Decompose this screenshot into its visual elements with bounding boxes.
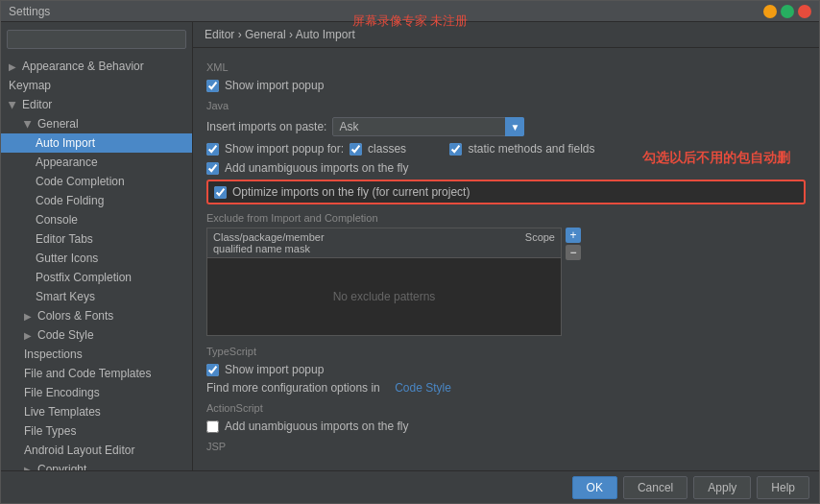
sidebar-item-colors-fonts[interactable]: ▶ Colors & Fonts <box>1 306 192 325</box>
show-import-popup-xml-checkbox[interactable] <box>206 80 219 92</box>
sidebar-item-copyright[interactable]: ▶ Copyright <box>1 460 192 470</box>
code-style-link[interactable]: Code Style <box>395 381 451 395</box>
panel-body: XML Show import popup Java Insert import… <box>193 48 819 470</box>
minimize-button[interactable] <box>763 5 777 18</box>
col1-header: Class/package/member qualified name mask <box>213 231 352 254</box>
optimize-imports-row: Optimize imports on the fly (for current… <box>206 180 806 204</box>
exclude-table-header: Class/package/member qualified name mask… <box>207 228 561 258</box>
sidebar-item-postfix-completion[interactable]: Postfix Completion <box>1 268 192 287</box>
window-controls <box>763 5 811 18</box>
sidebar-item-file-types[interactable]: File Types <box>1 421 192 441</box>
cancel-button[interactable]: Cancel <box>623 476 687 499</box>
sidebar-item-inspections[interactable]: Inspections <box>1 345 192 364</box>
typescript-section: TypeScript Show import popup Find more c… <box>206 346 806 395</box>
optimize-imports-label: Optimize imports on the fly (for current… <box>232 185 470 199</box>
java-section-label: Java <box>206 100 806 111</box>
sidebar-item-console[interactable]: Console <box>1 210 192 229</box>
arrow-icon: ▶ <box>9 61 16 72</box>
sidebar-item-gutter-icons[interactable]: Gutter Icons <box>1 249 192 268</box>
maximize-button[interactable] <box>781 5 794 18</box>
typescript-section-label: TypeScript <box>206 346 806 357</box>
combo-arrow-icon: ▼ <box>505 117 524 136</box>
show-import-popup-ts-checkbox[interactable] <box>206 364 219 376</box>
sidebar-item-code-completion[interactable]: Code Completion <box>1 172 192 191</box>
show-import-popup-xml-row: Show import popup <box>206 79 806 92</box>
find-config-row: Find more configuration options in Code … <box>206 381 806 395</box>
exclude-controls: + − <box>566 228 581 260</box>
actionscript-section: ActionScript Add unambiguous imports on … <box>206 402 806 433</box>
main-panel: Editor › General › Auto Import XML Show … <box>193 22 819 470</box>
exclude-table: Class/package/member qualified name mask… <box>206 228 562 336</box>
bottom-bar: OK Cancel Apply Help <box>1 470 819 503</box>
jsp-section: JSP <box>206 441 806 452</box>
sidebar-item-keymap[interactable]: Keymap <box>1 76 192 95</box>
insert-imports-label: Insert imports on paste: <box>206 120 326 133</box>
static-methods-checkbox[interactable] <box>449 143 462 156</box>
sidebar-item-general[interactable]: ▶ General <box>1 114 192 133</box>
exclude-section: Exclude from Import and Completion Class… <box>206 212 806 336</box>
sidebar-item-android-layout-editor[interactable]: Android Layout Editor <box>1 441 192 460</box>
search-input[interactable] <box>7 30 186 49</box>
show-import-popup-java-row: Show import popup for: classes static me… <box>206 142 806 156</box>
window-title: Settings <box>9 5 50 18</box>
show-import-popup-java-checkbox[interactable] <box>206 143 219 156</box>
exclude-header-labels: Class/package/member qualified name mask… <box>213 231 555 254</box>
static-methods-label: static methods and fields <box>468 142 594 156</box>
add-unambiguous-as-label: Add unambiguous imports on the fly <box>225 420 408 433</box>
breadcrumb: Editor › General › Auto Import <box>193 22 819 48</box>
optimize-imports-checkbox[interactable] <box>214 186 227 199</box>
add-unambiguous-label: Add unambiguous imports on the fly <box>225 161 408 175</box>
add-unambiguous-as-row: Add unambiguous imports on the fly <box>206 420 806 433</box>
sidebar-item-file-code-templates[interactable]: File and Code Templates <box>1 364 192 383</box>
exclude-table-body: No exclude patterns <box>207 258 561 335</box>
add-unambiguous-row: Add unambiguous imports on the fly <box>206 161 806 175</box>
add-unambiguous-as-checkbox[interactable] <box>206 420 219 433</box>
show-import-popup-ts-row: Show import popup <box>206 363 806 376</box>
classes-checkbox[interactable] <box>350 143 362 156</box>
insert-imports-select[interactable]: Ask Always Never <box>332 117 524 136</box>
show-import-popup-java-label: Show import popup for: <box>225 142 344 156</box>
sidebar-item-appearance[interactable]: Appearance <box>1 153 192 172</box>
exclude-outer: Class/package/member qualified name mask… <box>206 228 806 336</box>
ok-button[interactable]: OK <box>572 476 617 499</box>
sidebar: ▶ Appearance & Behavior Keymap ▶ Editor … <box>1 22 193 470</box>
sidebar-item-smart-keys[interactable]: Smart Keys <box>1 287 192 306</box>
insert-imports-row: Insert imports on paste: Ask Always Neve… <box>206 117 806 136</box>
xml-section-label: XML <box>206 61 806 73</box>
jsp-section-label: JSP <box>206 441 806 452</box>
arrow-icon: ▶ <box>24 311 32 322</box>
show-import-popup-ts-label: Show import popup <box>225 363 324 376</box>
sidebar-item-code-style[interactable]: ▶ Code Style <box>1 325 192 345</box>
sidebar-item-code-folding[interactable]: Code Folding <box>1 191 192 210</box>
no-patterns-label: No exclude patterns <box>333 290 436 303</box>
col2-header: Scope <box>525 231 555 254</box>
add-unambiguous-checkbox[interactable] <box>206 162 219 175</box>
classes-label: classes <box>368 142 406 156</box>
titlebar: Settings <box>1 1 819 22</box>
find-config-label: Find more configuration options in <box>206 381 380 395</box>
arrow-icon: ▶ <box>24 330 32 341</box>
main-content: ▶ Appearance & Behavior Keymap ▶ Editor … <box>1 22 819 470</box>
add-exclude-button[interactable]: + <box>566 228 581 243</box>
remove-exclude-button[interactable]: − <box>566 245 581 260</box>
arrow-icon: ▶ <box>8 101 18 108</box>
settings-window: 屏幕录像专家 未注册 Settings ▶ Appearance & Behav… <box>0 0 820 504</box>
actionscript-section-label: ActionScript <box>206 402 806 414</box>
sidebar-item-file-encodings[interactable]: File Encodings <box>1 383 192 402</box>
show-import-popup-xml-label: Show import popup <box>225 79 324 92</box>
insert-imports-combo-wrapper: Ask Always Never ▼ <box>332 117 524 136</box>
sidebar-item-editor-tabs[interactable]: Editor Tabs <box>1 229 192 249</box>
apply-button[interactable]: Apply <box>693 476 751 499</box>
sidebar-item-editor[interactable]: ▶ Editor <box>1 95 192 114</box>
sidebar-item-auto-import[interactable]: Auto Import <box>1 133 192 153</box>
sidebar-item-appearance-behavior[interactable]: ▶ Appearance & Behavior <box>1 57 192 76</box>
sidebar-item-live-templates[interactable]: Live Templates <box>1 402 192 421</box>
close-button[interactable] <box>798 5 811 18</box>
help-button[interactable]: Help <box>757 476 809 499</box>
arrow-icon: ▶ <box>23 120 34 128</box>
exclude-label: Exclude from Import and Completion <box>206 212 806 224</box>
